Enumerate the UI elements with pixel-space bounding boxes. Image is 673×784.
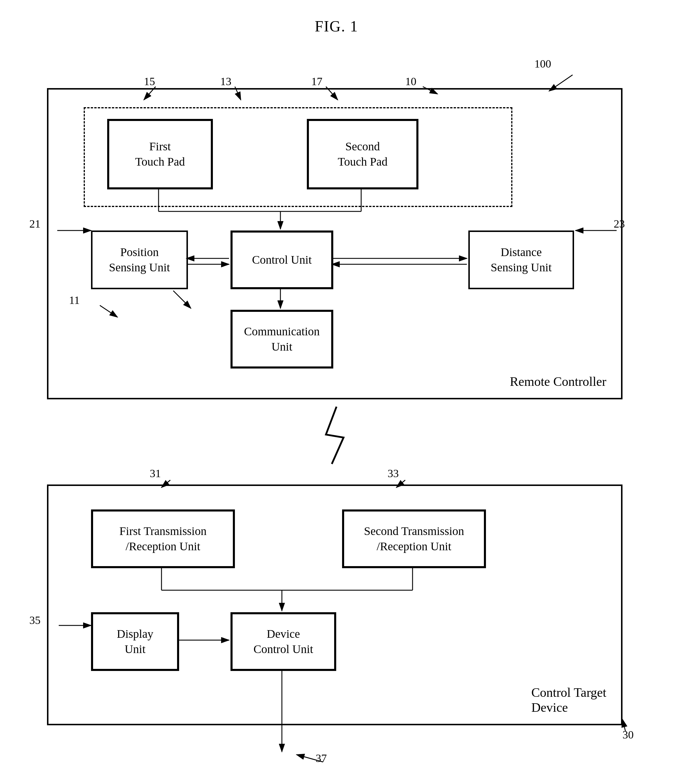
ref-10: 10 xyxy=(405,75,417,88)
distance-sensing-unit-block: Distance Sensing Unit xyxy=(468,230,574,289)
remote-controller-label: Remote Controller xyxy=(510,374,606,389)
communication-unit-block: Communication Unit xyxy=(230,310,333,369)
first-transmission-block: First Transmission /Reception Unit xyxy=(91,509,235,568)
display-unit-block: Display Unit xyxy=(91,612,179,671)
ref-31: 31 xyxy=(150,467,161,480)
ref-15: 15 xyxy=(144,75,155,88)
ref-33: 33 xyxy=(388,467,399,480)
ref-100: 100 xyxy=(535,57,551,70)
control-unit-block: Control Unit xyxy=(230,230,333,289)
position-sensing-unit-block: Position Sensing Unit xyxy=(91,230,188,289)
control-target-device-box: First Transmission /Reception Unit Secon… xyxy=(47,484,622,725)
first-touch-pad-block: First Touch Pad xyxy=(107,119,213,190)
ref-35: 35 xyxy=(30,614,40,627)
remote-controller-box: First Touch Pad Second Touch Pad Control… xyxy=(47,88,622,399)
device-control-unit-block: Device Control Unit xyxy=(230,612,336,671)
second-touch-pad-block: Second Touch Pad xyxy=(307,119,418,190)
control-target-device-label: Control Target Device xyxy=(531,685,606,715)
ref-30: 30 xyxy=(622,728,634,741)
ref-21: 21 xyxy=(30,217,40,230)
second-transmission-block: Second Transmission /Reception Unit xyxy=(342,509,486,568)
ref-37: 37 xyxy=(316,752,327,765)
figure-title: FIG. 1 xyxy=(315,18,358,35)
ref-13: 13 xyxy=(220,75,232,88)
ref-17: 17 xyxy=(311,75,322,88)
